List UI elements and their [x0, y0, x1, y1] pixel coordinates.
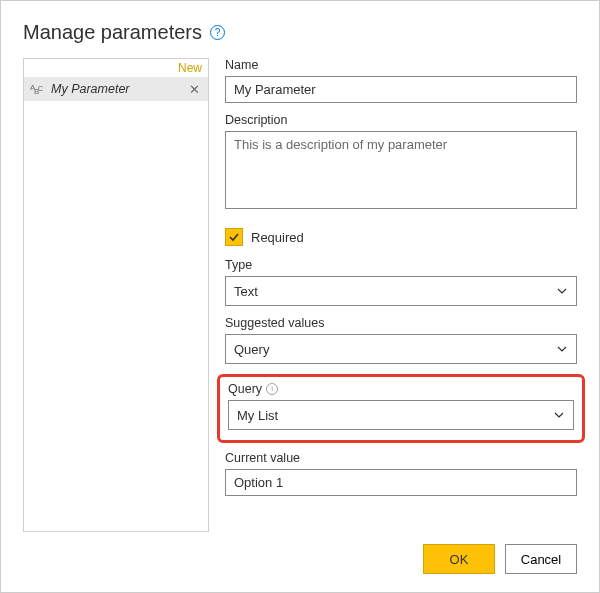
parameter-type-icon: ABC: [30, 81, 46, 97]
dialog-header: Manage parameters ?: [23, 21, 577, 44]
dialog-content: New ABC My Parameter ✕ Name Description: [23, 58, 577, 532]
help-icon[interactable]: ?: [210, 25, 225, 40]
chevron-down-icon: [556, 343, 568, 355]
dialog-footer: OK Cancel: [23, 532, 577, 574]
parameter-list-item[interactable]: ABC My Parameter ✕: [24, 77, 208, 101]
query-label: Query i: [228, 382, 574, 396]
description-field: Description: [225, 113, 577, 212]
type-value: Text: [234, 284, 258, 299]
parameter-form: Name Description Required Type Text: [225, 58, 577, 532]
name-field: Name: [225, 58, 577, 103]
required-label: Required: [251, 230, 304, 245]
query-field: Query i My List: [228, 382, 574, 430]
manage-parameters-dialog: Manage parameters ? New ABC My Parameter…: [0, 0, 600, 593]
suggested-values-value: Query: [234, 342, 269, 357]
required-field: Required: [225, 228, 577, 246]
remove-parameter-icon[interactable]: ✕: [187, 82, 202, 97]
current-value-label: Current value: [225, 451, 577, 465]
suggested-values-label: Suggested values: [225, 316, 577, 330]
required-checkbox[interactable]: [225, 228, 243, 246]
type-field: Type Text: [225, 258, 577, 306]
description-label: Description: [225, 113, 577, 127]
name-input[interactable]: [225, 76, 577, 103]
chevron-down-icon: [556, 285, 568, 297]
current-value-input[interactable]: [225, 469, 577, 496]
parameter-item-name: My Parameter: [51, 82, 187, 96]
name-label: Name: [225, 58, 577, 72]
svg-text:C: C: [38, 85, 43, 92]
current-value-field: Current value: [225, 451, 577, 496]
dialog-title: Manage parameters: [23, 21, 202, 44]
sidebar-header: New: [24, 59, 208, 77]
type-select[interactable]: Text: [225, 276, 577, 306]
cancel-button[interactable]: Cancel: [505, 544, 577, 574]
chevron-down-icon: [553, 409, 565, 421]
query-select[interactable]: My List: [228, 400, 574, 430]
description-input[interactable]: [225, 131, 577, 209]
ok-button[interactable]: OK: [423, 544, 495, 574]
query-field-highlight: Query i My List: [217, 374, 585, 443]
info-icon[interactable]: i: [266, 383, 278, 395]
suggested-values-field: Suggested values Query: [225, 316, 577, 364]
checkmark-icon: [228, 231, 240, 243]
suggested-values-select[interactable]: Query: [225, 334, 577, 364]
parameter-list-panel: New ABC My Parameter ✕: [23, 58, 209, 532]
type-label: Type: [225, 258, 577, 272]
query-value: My List: [237, 408, 278, 423]
new-parameter-link[interactable]: New: [178, 61, 202, 75]
